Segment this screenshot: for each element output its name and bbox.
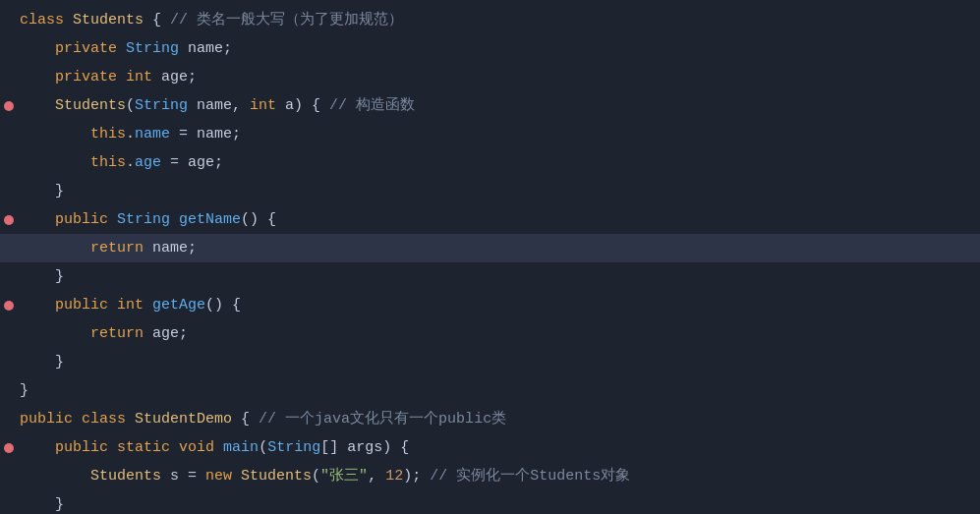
breakpoint-dot bbox=[4, 101, 14, 111]
code-editor: class Students { // 类名一般大写（为了更加规范） priva… bbox=[0, 0, 980, 514]
code-token: String bbox=[135, 97, 188, 114]
code-token: = age; bbox=[161, 154, 223, 171]
line-content: } bbox=[0, 493, 64, 515]
code-line: } bbox=[0, 348, 980, 376]
code-line: private String name; bbox=[0, 34, 980, 63]
code-token bbox=[232, 468, 241, 485]
code-line: public class StudentDemo { // 一个java文化只有… bbox=[0, 405, 980, 433]
line-content: this.age = age; bbox=[0, 151, 223, 175]
code-line: Students(String name, int a) { // 构造函数 bbox=[0, 91, 980, 120]
code-token: name; bbox=[144, 240, 197, 257]
code-token: public bbox=[55, 297, 108, 314]
code-token: // 构造函数 bbox=[329, 97, 415, 114]
line-content: return name; bbox=[0, 237, 197, 260]
code-token: age; bbox=[152, 69, 197, 86]
code-line: return age; bbox=[0, 319, 980, 348]
code-token bbox=[20, 297, 55, 314]
code-token: = name; bbox=[170, 126, 241, 143]
code-token: Students bbox=[90, 468, 161, 485]
code-line: public String getName() { bbox=[0, 205, 980, 234]
code-token: Students bbox=[55, 97, 126, 114]
code-token: // 类名一般大写（为了更加规范） bbox=[170, 12, 403, 29]
code-line: this.age = age; bbox=[0, 148, 980, 177]
code-token: () { bbox=[241, 211, 276, 228]
code-token: class bbox=[82, 411, 126, 428]
code-token: public bbox=[55, 211, 108, 228]
code-token: return bbox=[90, 325, 144, 342]
code-token: String bbox=[267, 439, 320, 456]
code-token: { bbox=[144, 12, 170, 29]
code-token: args bbox=[338, 439, 382, 456]
code-token: { bbox=[232, 411, 259, 428]
code-token: 12 bbox=[385, 468, 403, 485]
code-line: } bbox=[0, 262, 980, 291]
line-content: public String getName() { bbox=[0, 208, 276, 232]
code-token: public bbox=[55, 439, 108, 456]
code-line: public static void main(String[] args) { bbox=[0, 433, 980, 462]
code-token bbox=[108, 211, 117, 228]
code-line: return name; bbox=[0, 234, 980, 262]
code-token bbox=[144, 297, 152, 314]
code-line: this.name = name; bbox=[0, 120, 980, 148]
line-content: } bbox=[0, 351, 64, 374]
code-token: getAge bbox=[152, 297, 205, 314]
breakpoint-dot bbox=[4, 301, 14, 311]
code-token: getName bbox=[179, 211, 241, 228]
code-line: } bbox=[0, 376, 980, 405]
code-token: ) { bbox=[382, 439, 409, 456]
code-token: private bbox=[20, 69, 126, 86]
code-line: public int getAge() { bbox=[0, 291, 980, 319]
code-token: . bbox=[126, 126, 135, 143]
code-token bbox=[126, 411, 135, 428]
code-token: ( bbox=[312, 468, 320, 485]
line-content: class Students { // 类名一般大写（为了更加规范） bbox=[0, 9, 403, 32]
code-token bbox=[20, 439, 55, 456]
line-content: Students s = new Students("张三", 12); // … bbox=[0, 465, 630, 488]
code-line: class Students { // 类名一般大写（为了更加规范） bbox=[0, 6, 980, 34]
code-token bbox=[20, 154, 90, 171]
code-token bbox=[20, 468, 90, 485]
code-token bbox=[73, 411, 82, 428]
code-line: } bbox=[0, 490, 980, 514]
code-token: String bbox=[126, 40, 179, 57]
breakpoint-dot bbox=[4, 215, 14, 225]
line-content: } bbox=[0, 379, 29, 403]
code-token bbox=[170, 439, 179, 456]
code-token: ( bbox=[126, 97, 135, 114]
code-token: public bbox=[20, 411, 73, 428]
code-token: } bbox=[20, 382, 29, 399]
code-token: Students bbox=[73, 12, 144, 29]
line-content: public class StudentDemo { // 一个java文化只有… bbox=[0, 408, 506, 431]
code-token: name; bbox=[179, 40, 232, 57]
code-token: [] bbox=[320, 439, 338, 456]
code-token: } bbox=[20, 354, 64, 371]
code-token: void bbox=[179, 439, 214, 456]
code-token: int bbox=[126, 69, 152, 86]
code-token bbox=[20, 211, 55, 228]
code-token bbox=[108, 439, 117, 456]
code-token: } bbox=[20, 496, 64, 513]
code-line: Students s = new Students("张三", 12); // … bbox=[0, 462, 980, 490]
code-line: private int age; bbox=[0, 63, 980, 91]
code-token: () { bbox=[205, 297, 241, 314]
code-token: class bbox=[20, 12, 73, 29]
code-token: this bbox=[90, 126, 126, 143]
code-token: name, bbox=[188, 97, 250, 114]
line-content: return age; bbox=[0, 322, 188, 346]
code-token bbox=[20, 97, 55, 114]
code-token: ( bbox=[259, 439, 267, 456]
code-token bbox=[20, 126, 90, 143]
line-content: private int age; bbox=[0, 66, 197, 89]
code-token: StudentDemo bbox=[135, 411, 232, 428]
code-token: name bbox=[135, 126, 170, 143]
line-content: } bbox=[0, 265, 64, 289]
code-token bbox=[20, 240, 90, 257]
code-token: String bbox=[117, 211, 170, 228]
code-token: } bbox=[20, 183, 64, 200]
line-content: Students(String name, int a) { // 构造函数 bbox=[0, 94, 415, 118]
code-token: . bbox=[126, 154, 135, 171]
line-content: } bbox=[0, 180, 64, 203]
code-token: // 一个java文化只有一个public类 bbox=[259, 411, 506, 428]
code-token: int bbox=[117, 297, 144, 314]
code-token: } bbox=[20, 268, 64, 285]
